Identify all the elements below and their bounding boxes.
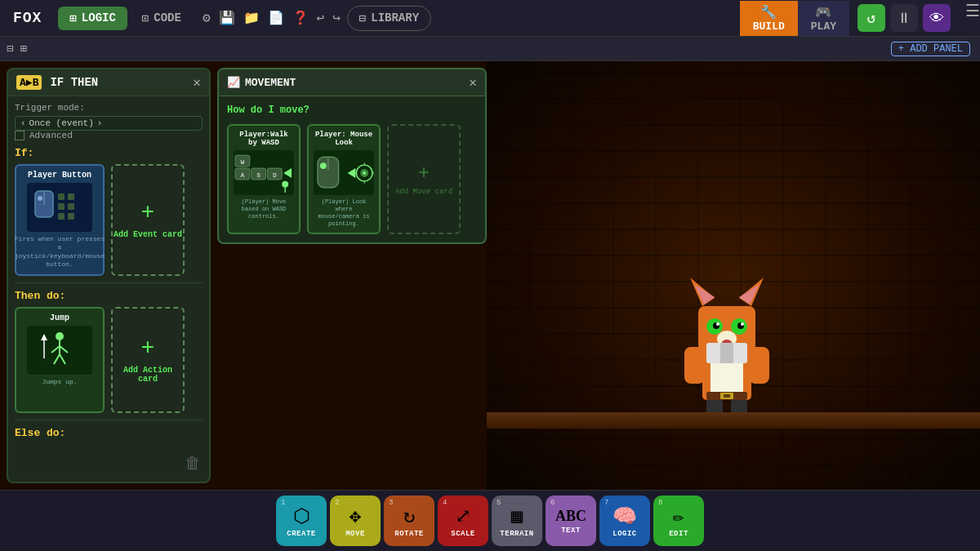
edit-tool-num: 8 [658, 499, 662, 507]
svg-text:A: A [240, 171, 244, 178]
second-nav: ⊟ ⊞ + ADD PANEL [0, 37, 980, 61]
settings-icon[interactable]: ⚙ [203, 10, 211, 26]
game-view [487, 61, 980, 490]
add-action-card[interactable]: + Add Action card [111, 307, 185, 413]
trigger-select[interactable]: ‹ Once (event) › [15, 116, 203, 131]
rotate-tool-button[interactable]: 3 ↻ ROTATE [384, 495, 434, 546]
if-card-row: Player Button [15, 164, 203, 276]
scale-tool-num: 4 [443, 499, 447, 507]
walk-wasd-title: Player:Walk by WASD [234, 131, 294, 147]
action-btns-group: ↺ ⏸ 👁 [849, 1, 959, 36]
player-button-card[interactable]: Player Button [15, 164, 105, 276]
terrain-tool-num: 5 [497, 499, 501, 507]
code-nav-btn[interactable]: ⊡ CODE [131, 7, 193, 30]
brain-icon: 🧠 [612, 504, 637, 528]
library-label: LIBRARY [371, 11, 419, 24]
svg-rect-7 [58, 213, 65, 220]
else-divider [15, 420, 203, 420]
help-icon[interactable]: ❓ [292, 10, 309, 26]
divider [15, 282, 203, 283]
redo-icon[interactable]: ↪ [332, 10, 341, 26]
scale-tool-button[interactable]: 4 ⤢ SCALE [438, 495, 488, 546]
svg-line-14 [60, 354, 65, 364]
new-icon[interactable]: 📄 [268, 10, 284, 26]
eye-button[interactable]: 👁 [923, 4, 951, 32]
mouse-look-title: Player: Mouse Look [314, 131, 374, 147]
scale-tool-label: SCALE [451, 530, 475, 538]
add-move-card[interactable]: + Add Move card [387, 124, 461, 234]
svg-point-50 [716, 322, 719, 326]
advanced-label: Advanced [29, 131, 73, 140]
svg-marker-44 [694, 284, 715, 304]
trigger-mode-label: Trigger mode: [15, 103, 85, 113]
how-move-label: How do I move? [227, 104, 477, 116]
if-then-close-button[interactable]: ✕ [193, 74, 201, 91]
pause-button[interactable]: ⏸ [890, 4, 918, 32]
move-tool-num: 2 [335, 499, 339, 507]
then-do-label: Then do: [15, 290, 203, 302]
terrain-tool-button[interactable]: 5 ▦ TERRAIN [492, 495, 542, 546]
build-button[interactable]: 🔧 BUILD [740, 1, 798, 36]
play-button[interactable]: 🎮 PLAY [798, 1, 849, 36]
player-button-title: Player Button [28, 171, 91, 180]
edit-tool-button[interactable]: 8 ✏ EDIT [653, 495, 704, 546]
svg-marker-25 [283, 168, 292, 178]
add-event-card[interactable]: + Add Event card [111, 164, 185, 276]
text-tool-button[interactable]: 6 ABC TEXT [546, 495, 596, 546]
folder-icon[interactable]: 📁 [243, 10, 260, 26]
jump-card-desc: Jumps up. [42, 378, 77, 386]
movement-close-button[interactable]: ✕ [469, 74, 477, 91]
logic-tool-button[interactable]: 7 🧠 LOGIC [599, 495, 650, 546]
add-panel-button[interactable]: + ADD PANEL [891, 42, 970, 56]
mouse-look-card[interactable]: Player: Mouse Look [307, 124, 381, 234]
jump-card[interactable]: Jump [15, 307, 105, 413]
logic-nav-btn[interactable]: ⊞ LOGIC [58, 7, 127, 30]
advanced-row: Advanced [15, 131, 203, 140]
chevron-left-icon: ‹ [20, 118, 26, 128]
svg-line-12 [60, 346, 68, 353]
move-tool-button[interactable]: 2 ✥ MOVE [330, 495, 381, 546]
svg-point-34 [363, 171, 366, 175]
nav-icon-group: ⚙ 💾 📁 📄 ❓ ↩ ↪ [203, 10, 341, 26]
trash-icon[interactable]: 🗑 [185, 454, 201, 473]
advanced-checkbox[interactable] [15, 131, 24, 140]
move-tool-icon: ✥ [350, 504, 361, 528]
panel-grid-icon[interactable]: ⊟ [7, 42, 13, 56]
build-play-group: 🔧 BUILD 🎮 PLAY ↺ ⏸ 👁 ☰ [740, 1, 980, 36]
main-area: A▶B IF THEN ✕ Trigger mode: ‹ Once (even… [0, 61, 980, 490]
trigger-value: Once (event) [29, 118, 94, 128]
walk-wasd-card[interactable]: Player:Walk by WASD W A S D [227, 124, 301, 234]
player-button-desc: Fires when user presses a joystick/keybo… [15, 235, 105, 269]
scale-tool-icon: ⤢ [455, 504, 471, 528]
panel-expand-icon[interactable]: ⊞ [20, 42, 26, 56]
text-tool-icon: ABC [555, 508, 586, 525]
svg-rect-55 [684, 347, 705, 384]
rotate-tool-icon: ↻ [403, 504, 415, 528]
code-label: CODE [154, 11, 181, 24]
fox-character [670, 261, 784, 424]
text-tool-label: TEXT [561, 527, 581, 535]
svg-rect-4 [68, 193, 74, 200]
if-then-header: A▶B IF THEN ✕ [8, 69, 209, 96]
rotate-tool-num: 3 [389, 499, 393, 507]
if-then-body: Trigger mode: ‹ Once (event) › Advanced … [8, 96, 209, 451]
app-logo: FOX [0, 10, 55, 26]
edit-tool-icon: ✏ [673, 504, 684, 528]
jump-card-title: Jump [50, 313, 69, 322]
logic-label: LOGIC [82, 11, 116, 24]
if-then-title-text: IF THEN [50, 76, 98, 89]
hamburger-icon[interactable]: ☰ [965, 1, 980, 36]
terrain-tool-label: TERRAIN [500, 530, 533, 538]
add-move-plus-icon: + [418, 162, 430, 184]
text-tool-num: 6 [550, 499, 555, 507]
refresh-button[interactable]: ↺ [858, 4, 885, 32]
logic-tool-label: LOGIC [612, 530, 637, 538]
add-action-plus-icon: + [141, 335, 155, 361]
svg-text:W: W [240, 158, 244, 166]
create-tool-button[interactable]: 1 ⬡ CREATE [276, 495, 327, 546]
trigger-mode-row: Trigger mode: [15, 103, 203, 113]
library-nav-btn[interactable]: ⊟ LIBRARY [347, 6, 431, 31]
player-button-icon-area [27, 183, 92, 232]
save-icon[interactable]: 💾 [219, 10, 235, 26]
undo-icon[interactable]: ↩ [317, 10, 325, 26]
